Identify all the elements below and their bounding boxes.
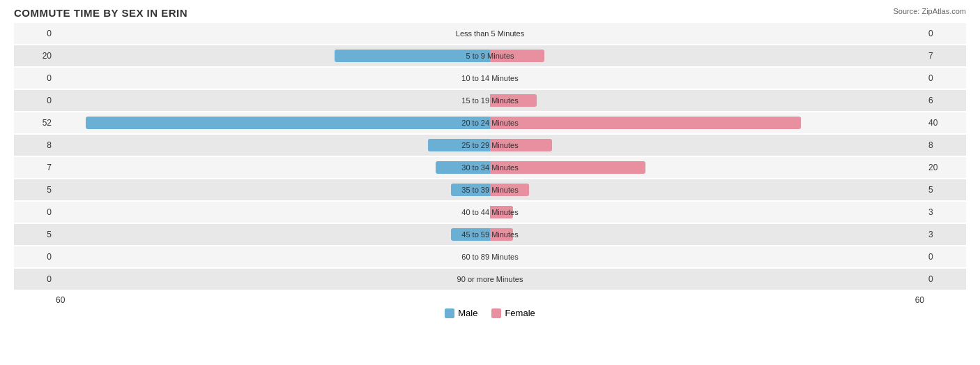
male-bar — [451, 184, 490, 196]
bar-section: 5 to 9 Minutes — [56, 45, 924, 66]
bar-label: 60 to 89 Minutes — [461, 253, 518, 261]
female-value: 7 — [924, 51, 966, 61]
female-value: 0 — [924, 274, 966, 284]
table-row: 0 15 to 19 Minutes 6 — [14, 90, 966, 111]
female-bar — [490, 228, 513, 241]
female-value: 0 — [924, 252, 966, 262]
chart-body: 0 Less than 5 Minutes 0 20 5 to 9 Minute… — [14, 23, 966, 318]
bar-section: 40 to 44 Minutes — [56, 202, 924, 223]
male-color-box — [445, 308, 454, 318]
table-row: 8 25 to 29 Minutes 8 — [14, 135, 966, 156]
male-value: 52 — [14, 118, 56, 128]
male-value: 8 — [14, 140, 56, 150]
table-row: 0 40 to 44 Minutes 3 — [14, 202, 966, 223]
bar-section: 10 to 14 Minutes — [56, 68, 924, 89]
male-value: 5 — [14, 230, 56, 239]
female-label: Female — [505, 308, 535, 318]
table-row: 5 35 to 39 Minutes 5 — [14, 179, 966, 200]
female-value: 3 — [924, 207, 966, 217]
female-bar — [490, 161, 645, 174]
female-bar — [490, 139, 552, 151]
female-bar — [490, 94, 537, 107]
female-bar — [490, 184, 529, 196]
female-value: 6 — [924, 96, 966, 105]
female-bar — [490, 50, 544, 62]
bar-section: 90 or more Minutes — [56, 269, 924, 290]
chart-container: COMMUTE TIME BY SEX IN ERIN Source: ZipA… — [0, 0, 980, 365]
legend-female: Female — [491, 308, 535, 318]
bar-section: 25 to 29 Minutes — [56, 135, 924, 156]
female-value: 3 — [924, 230, 966, 239]
chart-title: COMMUTE TIME BY SEX IN ERIN — [14, 7, 966, 19]
female-value: 8 — [924, 140, 966, 150]
male-value: 0 — [14, 252, 56, 262]
male-value: 5 — [14, 185, 56, 195]
bar-section: 45 to 59 Minutes — [56, 224, 924, 245]
bar-label: 10 to 14 Minutes — [461, 74, 518, 82]
male-value: 20 — [14, 51, 56, 61]
bar-section: 60 to 89 Minutes — [56, 246, 924, 267]
male-bar — [335, 50, 490, 62]
bar-section: 15 to 19 Minutes — [56, 90, 924, 111]
table-row: 0 90 or more Minutes 0 — [14, 269, 966, 290]
male-value: 0 — [14, 274, 56, 284]
table-row: 0 Less than 5 Minutes 0 — [14, 23, 966, 44]
male-value: 0 — [14, 29, 56, 38]
male-value: 0 — [14, 96, 56, 105]
male-value: 0 — [14, 207, 56, 217]
bar-section: Less than 5 Minutes — [56, 23, 924, 44]
axis-labels: 60 60 — [14, 295, 966, 305]
female-value: 0 — [924, 73, 966, 83]
legend-male: Male — [445, 308, 477, 318]
table-row: 5 45 to 59 Minutes 3 — [14, 224, 966, 245]
male-value: 7 — [14, 163, 56, 172]
female-value: 5 — [924, 185, 966, 195]
male-bar — [428, 139, 490, 151]
male-bar — [86, 117, 490, 129]
table-row: 0 10 to 14 Minutes 0 — [14, 68, 966, 89]
bar-label: 90 or more Minutes — [457, 275, 523, 283]
bar-section: 35 to 39 Minutes — [56, 179, 924, 200]
female-value: 0 — [924, 29, 966, 38]
bars-area: 0 Less than 5 Minutes 0 20 5 to 9 Minute… — [14, 23, 966, 294]
table-row: 0 60 to 89 Minutes 0 — [14, 246, 966, 267]
male-bar — [436, 161, 490, 174]
table-row: 52 20 to 24 Minutes 40 — [14, 112, 966, 133]
male-label: Male — [458, 308, 477, 318]
bar-label: Less than 5 Minutes — [456, 29, 524, 38]
female-bar — [490, 117, 801, 129]
axis-left: 60 — [56, 295, 65, 305]
legend: Male Female — [14, 308, 966, 318]
male-bar — [451, 228, 490, 241]
table-row: 7 30 to 34 Minutes 20 — [14, 157, 966, 178]
table-row: 20 5 to 9 Minutes 7 — [14, 45, 966, 66]
female-value: 40 — [924, 118, 966, 128]
bar-section: 30 to 34 Minutes — [56, 157, 924, 178]
source-label: Source: ZipAtlas.com — [893, 7, 966, 15]
female-color-box — [491, 308, 501, 318]
bar-section: 20 to 24 Minutes — [56, 112, 924, 133]
male-value: 0 — [14, 73, 56, 83]
female-bar — [490, 206, 513, 218]
axis-right: 60 — [915, 295, 924, 305]
female-value: 20 — [924, 163, 966, 172]
